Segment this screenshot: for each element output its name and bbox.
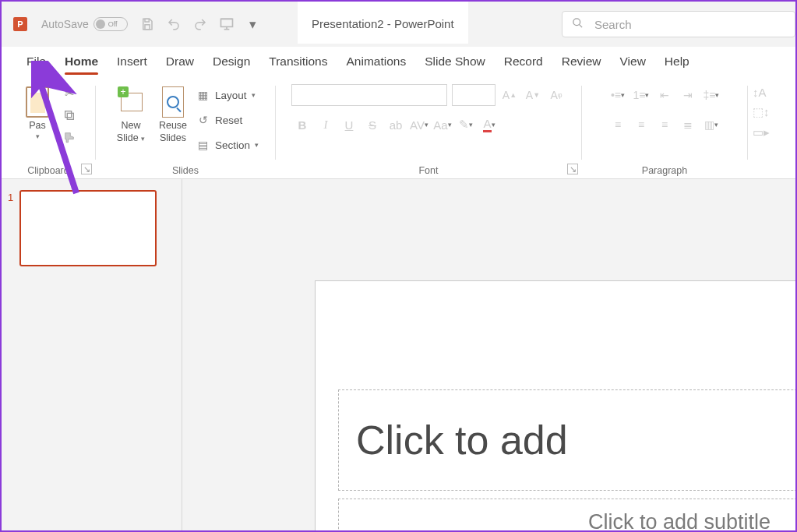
new-slide-icon: +	[118, 86, 144, 118]
tab-draw[interactable]: Draw	[157, 50, 203, 76]
paste-dropdown-icon[interactable]: ▾	[36, 132, 40, 140]
new-slide-dropdown-icon[interactable]: ▾	[141, 135, 145, 143]
increase-font-icon[interactable]: A▲	[500, 84, 519, 106]
format-painter-icon[interactable]	[61, 129, 78, 145]
search-icon	[572, 17, 584, 31]
qat-dropdown-icon[interactable]: ▾	[245, 16, 262, 33]
align-center-button[interactable]: ≡	[630, 114, 652, 136]
slides-menu: ▦ Layout ▾ ↺ Reset ▤ Section ▾	[196, 81, 259, 156]
font-group-label: Font	[276, 165, 581, 176]
tab-insert[interactable]: Insert	[108, 50, 157, 76]
font-family-select[interactable]	[291, 84, 447, 106]
undo-icon[interactable]	[165, 16, 182, 33]
tab-design[interactable]: Design	[203, 50, 259, 76]
line-spacing-button[interactable]: ‡≡▾	[700, 84, 722, 106]
align-right-button[interactable]: ≡	[654, 114, 675, 136]
font-color-button[interactable]: A▾	[478, 114, 500, 136]
align-text-icon[interactable]: ⬚↕	[753, 105, 770, 119]
justify-button[interactable]: ≣	[677, 114, 699, 136]
paste-label: Pas	[29, 120, 46, 131]
svg-rect-0	[145, 19, 149, 22]
search-box[interactable]: Search	[562, 11, 795, 37]
tab-file[interactable]: File	[17, 50, 55, 76]
new-slide-label-2: Slide	[117, 132, 139, 143]
autosave-label: AutoSave	[41, 18, 89, 30]
quick-access-toolbar: ▾	[139, 16, 262, 33]
autosave-toggle[interactable]: Off	[93, 17, 128, 31]
numbering-button[interactable]: 1≡▾	[630, 84, 652, 106]
title-bar: P AutoSave Off ▾ Presentation2 - PowerPo…	[2, 2, 795, 47]
tab-help[interactable]: Help	[655, 50, 699, 76]
new-slide-button[interactable]: + New Slide ▾	[112, 81, 150, 151]
app-icon: P	[13, 17, 27, 31]
reset-icon: ↺	[196, 113, 210, 127]
tab-home[interactable]: Home	[55, 50, 108, 76]
decrease-font-icon[interactable]: A▼	[524, 84, 542, 106]
svg-point-3	[573, 19, 580, 26]
autosave-state: Off	[108, 20, 118, 28]
increase-indent-button[interactable]: ⇥	[677, 84, 699, 106]
clipboard-launcher-icon[interactable]: ↘	[81, 164, 92, 174]
autosave-knob	[96, 19, 105, 29]
slide-thumbnail-panel: 1	[2, 179, 182, 530]
tab-record[interactable]: Record	[495, 50, 552, 76]
tab-transitions[interactable]: Transitions	[259, 50, 337, 76]
tab-slide-show[interactable]: Slide Show	[415, 50, 495, 76]
italic-button[interactable]: I	[315, 114, 337, 136]
copy-icon[interactable]	[61, 107, 78, 123]
clear-formatting-icon[interactable]: Aφ	[547, 84, 566, 106]
underline-button[interactable]: U	[338, 114, 360, 136]
reuse-slides-button[interactable]: Reuse Slides	[154, 81, 192, 151]
decrease-indent-button[interactable]: ⇤	[654, 84, 675, 106]
svg-rect-2	[220, 19, 232, 26]
tab-review[interactable]: Review	[552, 50, 611, 76]
work-area: 1 Click to add Click to add subtitle	[2, 179, 795, 530]
change-case-button[interactable]: Aa▾	[432, 114, 453, 136]
bold-button[interactable]: B	[291, 114, 313, 136]
svg-rect-1	[145, 25, 150, 30]
font-size-select[interactable]	[452, 84, 495, 106]
save-icon[interactable]	[139, 16, 156, 33]
section-icon: ▤	[196, 138, 210, 152]
slides-group-label: Slides	[96, 165, 275, 176]
subtitle-placeholder[interactable]: Click to add subtitle	[338, 499, 795, 530]
layout-button[interactable]: ▦ Layout ▾	[196, 84, 259, 106]
reuse-label-2: Slides	[160, 132, 186, 143]
text-direction-icon[interactable]: ↕A	[753, 86, 770, 99]
text-shadow-button[interactable]: ab	[385, 114, 407, 136]
group-paragraph: •≡▾ 1≡▾ ⇤ ⇥ ‡≡▾ ≡ ≡ ≡ ≣ ▥▾ Paragraph	[582, 81, 747, 178]
reset-button[interactable]: ↺ Reset	[196, 109, 259, 131]
search-placeholder: Search	[594, 18, 632, 31]
svg-rect-4	[67, 113, 73, 119]
group-clipboard: Pas ▾ ✂ Clipboard ↘	[2, 81, 95, 178]
paste-button[interactable]: Pas ▾	[19, 81, 56, 151]
tab-animations[interactable]: Animations	[337, 50, 415, 76]
highlight-button[interactable]: ✎▾	[455, 114, 477, 136]
char-spacing-button[interactable]: AV▾	[408, 114, 430, 136]
slideshow-start-icon[interactable]	[218, 16, 235, 33]
reuse-label-1: Reuse	[159, 120, 187, 131]
slide-thumbnail-row[interactable]: 1	[8, 190, 174, 266]
slide-number: 1	[8, 192, 13, 266]
autosave-control[interactable]: AutoSave Off	[41, 17, 128, 31]
redo-icon[interactable]	[192, 16, 209, 33]
title-placeholder[interactable]: Click to add	[338, 389, 795, 491]
section-button[interactable]: ▤ Section ▾	[196, 134, 259, 156]
align-left-button[interactable]: ≡	[607, 114, 629, 136]
convert-smartart-icon[interactable]: ▭▸	[753, 125, 770, 139]
strikethrough-button[interactable]: S	[361, 114, 383, 136]
slide-thumbnail[interactable]	[19, 190, 157, 266]
paragraph-group-label: Paragraph	[582, 165, 747, 176]
bullets-button[interactable]: •≡▾	[607, 84, 629, 106]
cut-icon[interactable]: ✂	[61, 86, 78, 101]
tab-view[interactable]: View	[611, 50, 655, 76]
group-slides: + New Slide ▾ Reuse Slides ▦ Layout ▾	[96, 81, 275, 178]
font-launcher-icon[interactable]: ↘	[567, 164, 578, 174]
columns-button[interactable]: ▥▾	[700, 114, 722, 136]
section-dropdown-icon: ▾	[255, 141, 259, 149]
ribbon-tabs: File Home Insert Draw Design Transitions…	[2, 47, 795, 76]
document-title: Presentation2 - PowerPoint	[298, 2, 468, 44]
clipboard-icon	[24, 86, 51, 118]
group-font: A▲ A▼ Aφ B I U S ab AV▾ Aa▾ ✎▾ A▾ Font ↘	[276, 81, 581, 178]
reuse-slides-icon	[160, 86, 186, 118]
